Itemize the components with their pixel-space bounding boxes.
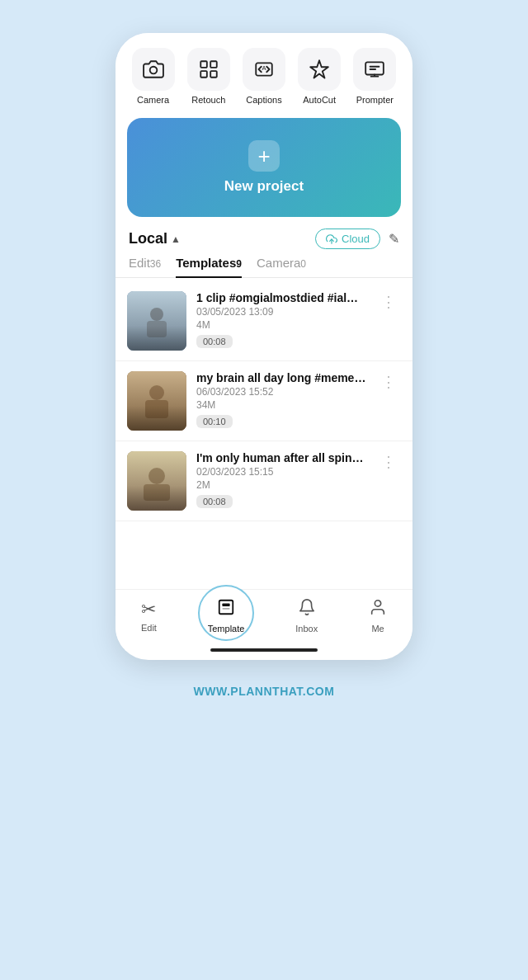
video-duration: 00:10 bbox=[196, 415, 233, 428]
tool-retouch[interactable]: Retouch bbox=[187, 48, 230, 105]
svg-rect-22 bbox=[222, 603, 229, 606]
svg-rect-4 bbox=[210, 71, 217, 78]
video-size: 2M bbox=[196, 479, 368, 491]
svg-rect-21 bbox=[219, 601, 233, 615]
new-project-label: New project bbox=[224, 178, 304, 195]
template-icon bbox=[217, 598, 235, 621]
tool-captions[interactable]: A Captions bbox=[243, 48, 285, 105]
bottom-nav: ✂ Edit Template Inbox bbox=[116, 589, 412, 648]
local-label[interactable]: Local ▲ bbox=[129, 230, 181, 247]
video-title: I'm only human after all spinning... bbox=[196, 451, 368, 464]
nav-template-label: Template bbox=[208, 624, 245, 634]
prompter-icon bbox=[364, 59, 385, 80]
prompter-icon-box bbox=[353, 48, 396, 91]
person-icon bbox=[369, 598, 387, 621]
autocut-label: AutoCut bbox=[303, 95, 336, 105]
more-options-button[interactable]: ⋮ bbox=[378, 451, 401, 473]
tool-prompter[interactable]: Prompter bbox=[353, 48, 396, 105]
captions-label: Captions bbox=[246, 95, 281, 105]
nav-edit[interactable]: ✂ Edit bbox=[141, 599, 157, 633]
tools-row: Camera Retouch A C bbox=[116, 33, 412, 111]
captions-icon: A bbox=[253, 59, 275, 80]
video-duration: 00:08 bbox=[196, 335, 233, 348]
svg-point-15 bbox=[149, 385, 164, 400]
video-title: 1 clip #omgialmostdied #ialmost... bbox=[196, 291, 368, 304]
retouch-label: Retouch bbox=[191, 95, 225, 105]
svg-rect-2 bbox=[210, 61, 217, 68]
scissors-icon: ✂ bbox=[141, 599, 156, 620]
video-item[interactable]: my brain all day long #memecut... 06/03/… bbox=[116, 361, 412, 441]
svg-rect-3 bbox=[200, 71, 207, 78]
video-thumbnail bbox=[127, 291, 186, 351]
captions-icon-box: A bbox=[243, 48, 285, 91]
tab-templates[interactable]: Templates9 bbox=[176, 256, 242, 278]
new-project-plus-icon: + bbox=[248, 140, 280, 172]
svg-text:A: A bbox=[262, 64, 266, 72]
camera-icon bbox=[143, 59, 164, 80]
more-options-button[interactable]: ⋮ bbox=[378, 291, 401, 313]
tab-camera[interactable]: Camera0 bbox=[257, 256, 306, 278]
video-item[interactable]: 1 clip #omgialmostdied #ialmost... 03/05… bbox=[116, 281, 412, 361]
autocut-icon bbox=[309, 59, 330, 80]
svg-rect-7 bbox=[366, 62, 384, 74]
phone-frame: Camera Retouch A C bbox=[116, 33, 412, 660]
home-indicator bbox=[210, 648, 318, 652]
local-arrow-icon: ▲ bbox=[171, 233, 181, 245]
bell-icon bbox=[298, 598, 316, 621]
autocut-icon-box bbox=[298, 48, 341, 91]
svg-rect-23 bbox=[222, 608, 229, 610]
video-thumbnail bbox=[127, 371, 186, 431]
svg-point-0 bbox=[149, 67, 157, 74]
video-item[interactable]: I'm only human after all spinning... 02/… bbox=[116, 441, 412, 521]
video-thumbnail bbox=[127, 451, 186, 511]
video-info: my brain all day long #memecut... 06/03/… bbox=[196, 371, 368, 428]
nav-inbox-label: Inbox bbox=[295, 624, 318, 634]
nav-template[interactable]: Template bbox=[208, 598, 245, 634]
svg-rect-1 bbox=[200, 61, 207, 68]
nav-me-label: Me bbox=[371, 624, 384, 634]
video-info: I'm only human after all spinning... 02/… bbox=[196, 451, 368, 508]
svg-point-11 bbox=[150, 308, 163, 321]
cloud-upload-icon bbox=[326, 233, 337, 245]
retouch-icon bbox=[198, 59, 219, 80]
storage-row: Local ▲ Cloud ✎ bbox=[116, 217, 412, 252]
svg-point-24 bbox=[375, 601, 380, 606]
prompter-label: Prompter bbox=[356, 95, 394, 105]
video-title: my brain all day long #memecut... bbox=[196, 371, 368, 384]
nav-edit-label: Edit bbox=[141, 623, 157, 633]
tab-edit[interactable]: Edit36 bbox=[129, 256, 161, 278]
video-size: 34M bbox=[196, 399, 368, 411]
video-list: 1 clip #omgialmostdied #ialmost... 03/05… bbox=[116, 278, 412, 590]
camera-icon-box bbox=[132, 48, 175, 91]
cloud-button[interactable]: Cloud bbox=[315, 229, 380, 249]
camera-label: Camera bbox=[137, 95, 169, 105]
video-date: 02/03/2023 15:15 bbox=[196, 466, 368, 478]
nav-inbox[interactable]: Inbox bbox=[295, 598, 318, 634]
tool-autocut[interactable]: AutoCut bbox=[298, 48, 341, 105]
retouch-icon-box bbox=[187, 48, 230, 91]
video-duration: 00:08 bbox=[196, 495, 233, 508]
new-project-banner[interactable]: + New project bbox=[127, 118, 401, 217]
storage-right: Cloud ✎ bbox=[315, 229, 399, 249]
video-date: 06/03/2023 15:52 bbox=[196, 386, 368, 398]
more-options-button[interactable]: ⋮ bbox=[378, 371, 401, 393]
video-date: 03/05/2023 13:09 bbox=[196, 306, 368, 318]
nav-me[interactable]: Me bbox=[369, 598, 387, 634]
tool-camera[interactable]: Camera bbox=[132, 48, 175, 105]
website-footer: WWW.PLANNTHAT.COM bbox=[194, 685, 335, 698]
video-size: 4M bbox=[196, 319, 368, 331]
video-info: 1 clip #omgialmostdied #ialmost... 03/05… bbox=[196, 291, 368, 348]
edit-pencil-icon[interactable]: ✎ bbox=[389, 231, 399, 247]
svg-point-19 bbox=[148, 468, 165, 484]
tabs-row: Edit36 Templates9 Camera0 bbox=[116, 252, 412, 278]
